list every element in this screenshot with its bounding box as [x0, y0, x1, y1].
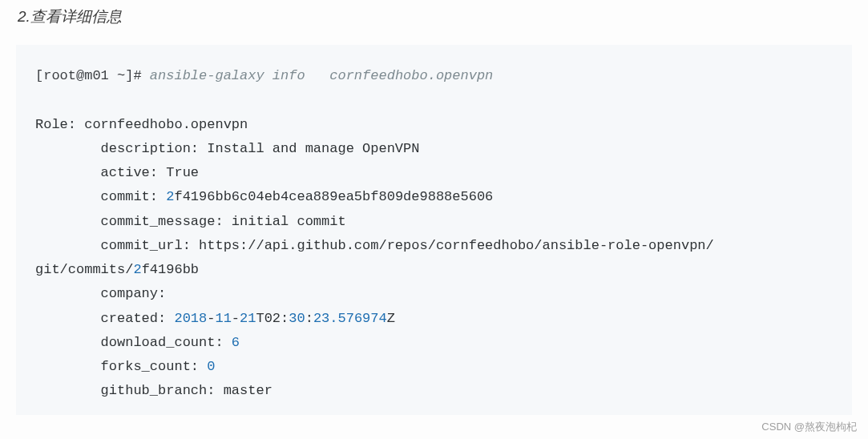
output-commit-url: commit_url: https://api.github.com/repos… [35, 234, 833, 258]
forks-count-value: 0 [207, 359, 215, 374]
section-heading: 2.查看详细信息 [0, 0, 868, 27]
created-T: T02: [256, 311, 289, 326]
created-month: 11 [215, 311, 231, 326]
git-commits-prefix: git/commits/ [35, 262, 133, 277]
code-block: [root@m01 ~]# ansible-galaxy info cornfe… [16, 45, 852, 415]
created-day: 21 [240, 311, 256, 326]
shell-prompt: [root@m01 ~]# [35, 68, 142, 83]
created-Z: Z [387, 311, 395, 326]
git-commits-rest: f4196bb [142, 262, 199, 277]
output-commit: commit: 2f4196bb6c04eb4cea889ea5bf809de9… [35, 185, 833, 209]
forks-count-label: forks_count: [35, 359, 207, 374]
download-count-label: download_count: [35, 335, 232, 350]
created-year: 2018 [174, 311, 207, 326]
created-dash1: - [207, 311, 215, 326]
shell-command-comment: ansible-galaxy info cornfeedhobo.openvpn [142, 68, 494, 83]
created-label: created: [35, 311, 174, 326]
output-created: created: 2018-11-21T02:30:23.576974Z [35, 307, 833, 331]
created-min: 30 [289, 311, 305, 326]
created-sec: 23.576974 [313, 311, 387, 326]
output-commit-message: commit_message: initial commit [35, 210, 833, 234]
output-github-branch: github_branch: master [35, 379, 833, 403]
download-count-value: 6 [232, 335, 240, 350]
output-description: description: Install and manage OpenVPN [35, 137, 833, 161]
output-forks-count: forks_count: 0 [35, 355, 833, 379]
commit-label: commit: [35, 189, 166, 204]
output-role: Role: cornfeedhobo.openvpn [35, 113, 833, 137]
commit-num: 2 [166, 189, 174, 204]
output-download-count: download_count: 6 [35, 331, 833, 355]
commit-hash-rest: f4196bb6c04eb4cea889ea5bf809de9888e5606 [174, 189, 493, 204]
created-colon: : [305, 311, 313, 326]
output-company: company: [35, 282, 833, 306]
output-git-commits: git/commits/2f4196bb [35, 258, 833, 282]
created-dash2: - [232, 311, 240, 326]
watermark: CSDN @熬夜泡枸杞 [761, 420, 857, 434]
output-active: active: True [35, 161, 833, 185]
git-commits-num: 2 [133, 262, 141, 277]
